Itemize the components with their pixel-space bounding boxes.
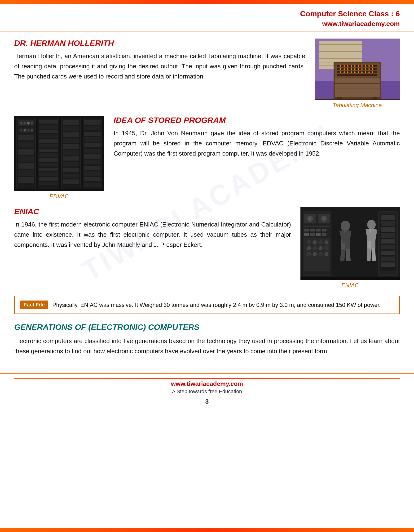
svg-point-139 xyxy=(307,252,311,256)
svg-rect-162 xyxy=(381,233,395,238)
eniac-image xyxy=(300,207,400,280)
svg-point-34 xyxy=(368,68,370,70)
main-content: TIWARI ACADEMY DR. HERMAN HOLLERITH Herm… xyxy=(0,31,414,373)
footer-website: www.tiwariacademy.com xyxy=(14,380,400,388)
svg-point-33 xyxy=(365,68,366,70)
generations-title: GENERATIONS OF (ELECTRONIC) COMPUTERS xyxy=(14,323,400,332)
svg-point-35 xyxy=(372,68,373,70)
svg-rect-167 xyxy=(381,262,395,267)
svg-point-45 xyxy=(372,71,373,73)
svg-rect-88 xyxy=(63,120,79,125)
svg-rect-122 xyxy=(304,229,309,231)
svg-point-133 xyxy=(319,240,322,244)
svg-rect-12 xyxy=(337,65,377,67)
svg-rect-168 xyxy=(300,277,400,280)
svg-rect-52 xyxy=(315,99,400,100)
svg-point-131 xyxy=(307,240,311,244)
svg-rect-100 xyxy=(84,120,101,125)
svg-rect-15 xyxy=(337,74,377,76)
svg-rect-59 xyxy=(18,149,34,155)
svg-rect-106 xyxy=(84,154,101,159)
svg-point-37 xyxy=(344,71,345,73)
svg-rect-77 xyxy=(39,139,58,143)
svg-rect-94 xyxy=(63,156,79,161)
page-header: Computer Science Class : 6 www.tiwariaca… xyxy=(0,4,414,31)
section-stored-program: EDVAC IDEA OF STORED PROGRAM In 1945, Dr… xyxy=(14,116,400,200)
svg-point-36 xyxy=(340,71,341,73)
svg-point-18 xyxy=(347,65,348,67)
header-title: Computer Science Class : 6 xyxy=(300,9,400,19)
svg-point-68 xyxy=(20,129,22,132)
page-footer: www.tiwariacademy.com A Step towards fre… xyxy=(0,373,414,410)
svg-rect-102 xyxy=(84,132,101,136)
svg-rect-78 xyxy=(39,144,58,148)
svg-rect-163 xyxy=(381,239,395,244)
svg-point-20 xyxy=(354,65,356,67)
svg-point-120 xyxy=(323,217,326,220)
svg-rect-90 xyxy=(63,132,79,137)
svg-rect-46 xyxy=(335,78,380,97)
svg-rect-105 xyxy=(84,149,101,153)
svg-point-39 xyxy=(351,71,352,73)
svg-rect-104 xyxy=(84,143,101,147)
svg-point-44 xyxy=(368,71,370,73)
footer-divider xyxy=(14,378,400,379)
section-eniac: ENIAC In 1946, the first modern electron… xyxy=(14,207,400,289)
svg-rect-74 xyxy=(39,125,58,129)
svg-rect-83 xyxy=(39,168,58,171)
svg-rect-13 xyxy=(337,68,377,70)
section-generations: GENERATIONS OF (ELECTRONIC) COMPUTERS El… xyxy=(14,323,400,356)
svg-point-38 xyxy=(347,71,348,73)
svg-rect-75 xyxy=(39,130,58,133)
edvac-caption: EDVAC xyxy=(49,193,69,200)
stored-program-text: IDEA OF STORED PROGRAM In 1945, Dr. John… xyxy=(114,116,400,159)
svg-rect-58 xyxy=(18,142,34,148)
stored-program-title: IDEA OF STORED PROGRAM xyxy=(114,116,400,125)
svg-point-137 xyxy=(319,246,322,250)
svg-point-42 xyxy=(361,71,363,73)
header-text-block: Computer Science Class : 6 www.tiwariaca… xyxy=(300,9,400,28)
hollerith-text: DR. HERMAN HOLLERITH Herman Hollerith, a… xyxy=(14,38,305,82)
svg-point-143 xyxy=(341,221,350,231)
svg-rect-85 xyxy=(39,177,58,181)
svg-rect-97 xyxy=(63,173,79,178)
svg-rect-92 xyxy=(63,144,79,149)
fact-file-badge: Fact File xyxy=(20,301,48,309)
svg-point-16 xyxy=(340,65,341,67)
svg-point-32 xyxy=(361,68,363,70)
svg-point-43 xyxy=(365,71,366,73)
svg-rect-125 xyxy=(322,229,327,231)
svg-point-71 xyxy=(31,129,33,132)
svg-rect-127 xyxy=(310,233,315,236)
svg-rect-108 xyxy=(84,166,101,170)
hollerith-title: DR. HERMAN HOLLERITH xyxy=(14,38,305,48)
svg-rect-57 xyxy=(18,134,34,141)
svg-rect-107 xyxy=(84,160,101,164)
eniac-text: ENIAC In 1946, the first modern electron… xyxy=(14,207,291,250)
footer-tagline: A Step towards free Education xyxy=(14,389,400,395)
svg-rect-62 xyxy=(18,170,34,176)
svg-rect-103 xyxy=(84,137,101,142)
svg-rect-61 xyxy=(18,163,34,169)
svg-rect-79 xyxy=(39,149,58,152)
svg-rect-159 xyxy=(381,215,395,220)
fact-file-text: Physically, ENIAC was massive. It Weighe… xyxy=(52,301,381,309)
svg-rect-98 xyxy=(63,180,79,184)
svg-point-141 xyxy=(319,252,322,256)
svg-rect-14 xyxy=(337,71,377,73)
svg-point-67 xyxy=(31,122,33,124)
svg-rect-165 xyxy=(381,251,395,255)
svg-rect-81 xyxy=(39,158,58,162)
edvac-image xyxy=(14,116,104,191)
svg-point-150 xyxy=(367,220,376,229)
footer-page-number: 3 xyxy=(14,398,400,405)
svg-point-134 xyxy=(325,240,328,244)
svg-point-31 xyxy=(358,68,359,70)
hollerith-image-caption: Tabulating Machine xyxy=(333,102,382,109)
svg-rect-160 xyxy=(381,221,395,226)
svg-rect-124 xyxy=(316,229,321,231)
svg-point-28 xyxy=(347,68,348,70)
svg-point-24 xyxy=(368,65,370,67)
eniac-body: In 1946, the first modern electronic com… xyxy=(14,219,291,250)
eniac-title: ENIAC xyxy=(14,207,291,216)
